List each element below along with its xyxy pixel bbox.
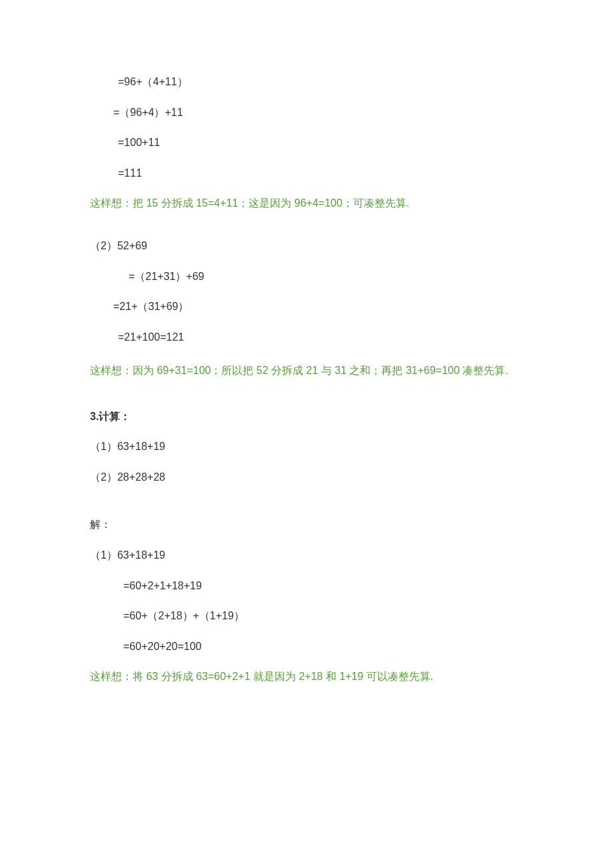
problem2-explanation: 这样想：因为 69+31=100；所以把 52 分拆成 21 与 31 之和；再… — [90, 359, 523, 382]
problem1-step4: =111 — [90, 165, 523, 182]
problem2-step2: =21+（31+69） — [90, 298, 523, 315]
problem2-step1: =（21+31）+69 — [90, 268, 523, 285]
problem3-explanation: 这样想：将 63 分拆成 63=60+2+1 就是因为 2+18 和 1+19 … — [90, 668, 523, 685]
problem3-a1-step2: =60+（2+18）+（1+19） — [90, 607, 523, 625]
answer-label: 解： — [90, 516, 523, 533]
problem1-step2: =（96+4）+11 — [90, 104, 523, 121]
problem1-step1: =96+（4+11） — [90, 73, 523, 91]
problem3-a1-step3: =60+20+20=100 — [90, 638, 523, 655]
problem3-q1: （1）63+18+19 — [90, 438, 523, 455]
problem2-step3: =21+100=121 — [90, 329, 523, 346]
problem3-a1-title: （1）63+18+19 — [90, 547, 523, 564]
problem1-step3: =100+11 — [90, 134, 523, 151]
problem3-a1-step1: =60+2+1+18+19 — [90, 577, 523, 595]
problem3-q2: （2）28+28+28 — [90, 469, 523, 486]
problem3-heading: 3.计算： — [90, 408, 523, 425]
problem1-explanation: 这样想：把 15 分拆成 15=4+11；这是因为 96+4=100；可凑整先算… — [90, 195, 523, 212]
problem2-title: （2）52+69 — [90, 237, 523, 255]
